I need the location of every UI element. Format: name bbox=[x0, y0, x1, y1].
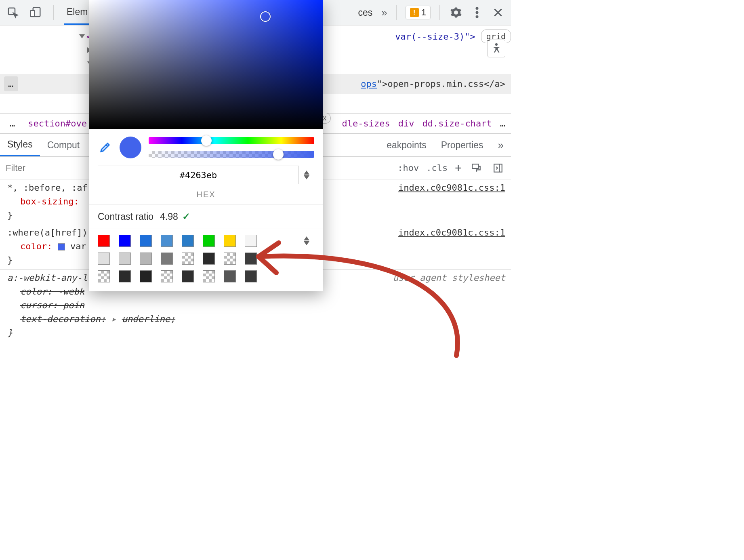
breadcrumb-item[interactable]: div bbox=[398, 118, 414, 128]
sv-cursor[interactable] bbox=[260, 11, 271, 22]
palette-swatch[interactable] bbox=[140, 270, 152, 282]
chevron-down-icon bbox=[304, 241, 309, 245]
format-toggle[interactable] bbox=[304, 171, 314, 179]
cls-toggle[interactable]: .cls bbox=[426, 163, 448, 173]
link-fragment[interactable]: ops bbox=[361, 77, 377, 91]
palette-swatch[interactable] bbox=[224, 235, 236, 247]
tab-properties[interactable]: Properties bbox=[434, 134, 491, 156]
eyedropper-icon[interactable] bbox=[98, 140, 112, 155]
swatch-row bbox=[98, 235, 314, 247]
palette-swatch[interactable] bbox=[98, 253, 110, 265]
svg-rect-7 bbox=[472, 164, 478, 168]
sv-canvas[interactable] bbox=[89, 0, 323, 129]
tab-breakpoints[interactable]: eakpoints bbox=[379, 134, 433, 156]
palette-swatch[interactable] bbox=[182, 253, 194, 265]
color-picker: HEX Contrast ratio 4.98 ✓ bbox=[89, 0, 323, 291]
close-icon[interactable] bbox=[491, 5, 505, 20]
palette-swatch[interactable] bbox=[245, 235, 257, 247]
css-property-overridden[interactable]: text-decoration: bbox=[20, 314, 106, 324]
breadcrumb-ellipsis[interactable]: … bbox=[6, 118, 20, 129]
chevron-down-icon bbox=[304, 175, 309, 179]
palette-swatch[interactable] bbox=[182, 270, 194, 282]
svg-point-6 bbox=[495, 43, 498, 46]
check-icon: ✓ bbox=[182, 211, 190, 222]
chevron-up-icon bbox=[304, 236, 309, 240]
css-property[interactable]: box-sizing: bbox=[20, 196, 79, 206]
palette-swatch[interactable] bbox=[98, 270, 110, 282]
palette-swatch[interactable] bbox=[161, 270, 173, 282]
palette-swatch[interactable] bbox=[119, 253, 131, 265]
paint-icon[interactable] bbox=[469, 161, 483, 175]
tab-styles[interactable]: Styles bbox=[0, 134, 40, 156]
css-value-overridden[interactable]: underline; bbox=[122, 314, 175, 324]
contrast-label: Contrast ratio bbox=[98, 211, 153, 222]
swatch-row bbox=[98, 253, 314, 265]
stylesheet-link[interactable]: index.c0c9081c.css:1 bbox=[398, 226, 505, 240]
hov-toggle[interactable]: :hov bbox=[397, 163, 419, 173]
contrast-ratio-row[interactable]: Contrast ratio 4.98 ✓ bbox=[89, 204, 323, 229]
collapsed-ellipsis[interactable]: … bbox=[4, 76, 18, 91]
css-value-fragment[interactable]: var bbox=[70, 241, 86, 251]
color-swatch[interactable] bbox=[58, 243, 65, 251]
palette-swatch[interactable] bbox=[224, 270, 236, 282]
more-tabs-chevron[interactable]: » bbox=[381, 6, 387, 19]
palette-swatch[interactable] bbox=[245, 270, 257, 282]
contrast-value: 4.98 bbox=[160, 211, 178, 222]
palette-swatch[interactable] bbox=[245, 253, 257, 265]
inspect-element-icon[interactable] bbox=[6, 5, 20, 20]
palette-swatch[interactable] bbox=[119, 235, 131, 247]
tab-elements[interactable]: Elem bbox=[64, 0, 90, 25]
top-right-controls: ces » ! 1 bbox=[355, 5, 505, 20]
issues-badge[interactable]: ! 1 bbox=[406, 6, 431, 19]
hue-slider[interactable] bbox=[149, 137, 314, 144]
palette-swatch[interactable] bbox=[140, 235, 152, 247]
device-toggle-icon[interactable] bbox=[28, 5, 43, 20]
tab-computed[interactable]: Comput bbox=[40, 134, 87, 156]
tab-more-chevron[interactable]: » bbox=[491, 134, 511, 156]
issues-count: 1 bbox=[421, 7, 426, 18]
palette-swatch[interactable] bbox=[140, 253, 152, 265]
dom-attr-fragment: var(--size-3)"> bbox=[395, 30, 475, 43]
palette-swatch[interactable] bbox=[203, 253, 215, 265]
separator bbox=[53, 5, 54, 20]
palette-swatch[interactable] bbox=[161, 235, 173, 247]
svg-rect-2 bbox=[31, 11, 35, 17]
accessibility-icon[interactable] bbox=[488, 40, 505, 57]
ua-stylesheet-label: user agent stylesheet bbox=[393, 271, 505, 285]
chevron-up-icon bbox=[304, 171, 309, 175]
breadcrumb-item[interactable]: dd.size-chart bbox=[422, 118, 492, 128]
css-property[interactable]: color: bbox=[20, 241, 52, 251]
gear-icon[interactable] bbox=[449, 5, 463, 20]
palette-swatch[interactable] bbox=[119, 270, 131, 282]
palette-swatch[interactable] bbox=[224, 253, 236, 265]
palette-swatch[interactable] bbox=[203, 270, 215, 282]
palette-swatch[interactable] bbox=[161, 253, 173, 265]
dom-text-fragment: >open-props.min.css</a> bbox=[382, 77, 511, 91]
palette-toggle[interactable] bbox=[304, 236, 314, 245]
warning-icon: ! bbox=[410, 8, 419, 17]
svg-point-4 bbox=[476, 11, 479, 14]
tab-sources-fragment[interactable]: ces bbox=[355, 7, 375, 18]
breadcrumb-item[interactable]: dle-sizes bbox=[342, 118, 390, 128]
separator bbox=[439, 5, 440, 20]
palette-swatch[interactable] bbox=[98, 235, 110, 247]
kebab-menu-icon[interactable] bbox=[470, 5, 484, 20]
new-rule-button[interactable]: + bbox=[455, 161, 462, 175]
hex-input[interactable] bbox=[98, 166, 299, 184]
breadcrumb-ellipsis[interactable]: … bbox=[500, 118, 505, 128]
css-property-overridden[interactable]: cursor: poin bbox=[7, 299, 505, 312]
current-color-preview bbox=[120, 137, 141, 158]
svg-rect-8 bbox=[494, 164, 502, 172]
slider-thumb[interactable] bbox=[273, 149, 284, 160]
palette-swatch[interactable] bbox=[182, 235, 194, 247]
filter-input[interactable] bbox=[0, 163, 97, 173]
format-label: HEX bbox=[89, 190, 323, 204]
expand-toggle-icon[interactable] bbox=[79, 34, 85, 38]
breadcrumb-item[interactable]: section#ove bbox=[28, 118, 87, 128]
slider-thumb[interactable] bbox=[201, 135, 212, 146]
alpha-slider[interactable] bbox=[149, 151, 314, 158]
stylesheet-link[interactable]: index.c0c9081c.css:1 bbox=[398, 181, 505, 195]
panel-toggle-icon[interactable] bbox=[491, 161, 505, 175]
palette-swatch[interactable] bbox=[203, 235, 215, 247]
palette-swatches bbox=[89, 229, 323, 291]
